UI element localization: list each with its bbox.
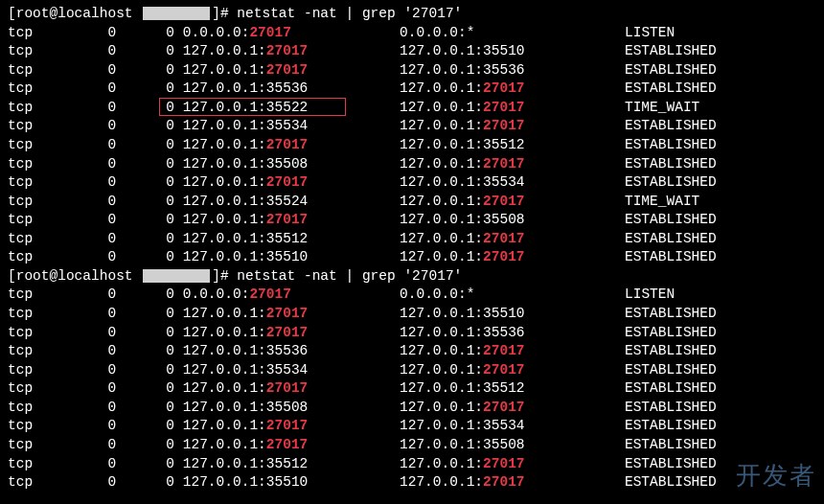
col-proto: tcp [8,362,66,378]
col-sendq: 0 [116,231,174,246]
netstat-row: tcp 0 0 127.0.0.1:35508 127.0.0.1:27017 … [8,155,816,174]
col-proto: tcp [8,118,66,133]
netstat-row: tcp 0 0 127.0.0.1:27017 127.0.0.1:35512 … [8,379,816,399]
col-state: TIME_WAIT [625,194,699,209]
netstat-row: tcp 0 0 127.0.0.1:35510 127.0.0.1:27017 … [8,248,816,267]
col-state: ESTABLISHED [625,231,717,246]
col-sendq: 0 [116,43,174,58]
col-foreign-address: 127.0.0.1:27017 [400,156,625,172]
foreign-port: * [467,286,475,302]
col-sendq: 0 [116,325,174,340]
col-sendq: 0 [116,212,174,227]
local-port: 35508 [266,156,309,172]
foreign-port-highlight: 27017 [483,194,525,209]
local-port-highlight: 27017 [266,325,309,340]
local-port: 35512 [266,456,309,471]
col-recvq: 0 [66,25,116,40]
col-recvq: 0 [66,62,116,78]
netstat-row: tcp 0 0 127.0.0.1:35534 127.0.0.1:27017 … [8,117,816,136]
col-proto: tcp [8,418,66,433]
local-port-highlight: 27017 [266,418,309,433]
col-proto: tcp [8,380,66,396]
col-local-address: 127.0.0.1:27017 [183,137,400,152]
col-recvq: 0 [66,325,116,340]
netstat-row: tcp 0 0 127.0.0.1:35510 127.0.0.1:27017 … [8,473,816,493]
col-local-address: 127.0.0.1:35536 [183,343,400,358]
col-foreign-address: 127.0.0.1:35510 [400,306,625,321]
col-state: LISTEN [625,25,675,40]
foreign-port: 35534 [483,174,525,190]
col-sendq: 0 [116,118,174,133]
redacted-region [143,7,210,20]
col-proto: tcp [8,474,66,490]
col-state: ESTABLISHED [625,80,717,96]
col-sendq: 0 [116,362,174,378]
col-recvq: 0 [66,156,116,172]
col-sendq: 0 [116,418,174,433]
foreign-port: 35536 [483,325,525,340]
netstat-row: tcp 0 0 127.0.0.1:35536 127.0.0.1:27017 … [8,80,816,99]
local-port: 35510 [266,249,309,264]
col-local-address: 127.0.0.1:35510 [183,474,400,490]
col-foreign-address: 0.0.0.0:* [400,25,625,40]
terminal-output[interactable]: [root@localhost ]# netstat -nat | grep '… [8,5,816,493]
col-local-address: 127.0.0.1:35534 [183,362,400,378]
col-sendq: 0 [116,437,174,452]
col-local-address: 127.0.0.1:27017 [183,174,400,190]
netstat-row: tcp 0 0 127.0.0.1:35534 127.0.0.1:27017 … [8,361,816,380]
col-proto: tcp [8,62,66,78]
local-port-highlight: 27017 [266,137,309,152]
col-state: ESTABLISHED [625,343,717,358]
col-proto: tcp [8,212,66,227]
local-port-highlight: 27017 [266,380,309,396]
shell-prompt[interactable]: [root@localhost ]# netstat -nat | grep '… [8,267,816,286]
col-sendq: 0 [116,137,174,152]
col-sendq: 0 [116,100,174,115]
prompt-host: localhost [57,268,132,284]
col-state: ESTABLISHED [625,212,717,227]
local-port-highlight: 27017 [249,25,291,40]
col-proto: tcp [8,80,66,96]
netstat-row: tcp 0 0 127.0.0.1:35508 127.0.0.1:27017 … [8,399,816,418]
foreign-port: * [467,25,475,40]
col-local-address: 127.0.0.1:35522 [183,99,400,118]
col-recvq: 0 [66,306,116,321]
col-recvq: 0 [66,137,116,152]
command-text: netstat -nat | grep '27017' [237,6,462,21]
col-recvq: 0 [66,194,116,209]
col-state: ESTABLISHED [625,325,717,340]
local-port: 35536 [266,80,309,96]
col-foreign-address: 127.0.0.1:35534 [400,418,625,433]
prompt-host: localhost [57,6,132,21]
netstat-row: tcp 0 0 127.0.0.1:27017 127.0.0.1:35536 … [8,61,816,80]
netstat-row: tcp 0 0 0.0.0.0:27017 0.0.0.0:* LISTEN [8,286,816,305]
local-port-highlight: 27017 [266,174,309,190]
col-foreign-address: 127.0.0.1:35512 [400,137,625,152]
foreign-port: 35534 [483,418,525,433]
local-port-highlight: 27017 [266,306,309,321]
netstat-row: tcp 0 0 127.0.0.1:27017 127.0.0.1:35510 … [8,42,816,61]
col-sendq: 0 [116,286,174,302]
local-port: 35524 [266,194,309,209]
col-sendq: 0 [116,194,174,209]
shell-prompt[interactable]: [root@localhost ]# netstat -nat | grep '… [8,5,816,24]
col-recvq: 0 [66,380,116,396]
col-local-address: 0.0.0.0:27017 [183,25,400,40]
prompt-open: [ [8,6,16,21]
col-recvq: 0 [66,100,116,115]
prompt-at: @ [50,6,58,21]
col-proto: tcp [8,306,66,321]
col-local-address: 127.0.0.1:27017 [183,62,400,78]
col-recvq: 0 [66,418,116,433]
local-port: 35534 [266,362,309,378]
foreign-port-highlight: 27017 [483,100,525,115]
col-proto: tcp [8,286,66,302]
col-recvq: 0 [66,437,116,452]
col-proto: tcp [8,100,66,115]
col-sendq: 0 [116,25,174,40]
col-recvq: 0 [66,174,116,190]
col-foreign-address: 127.0.0.1:35508 [400,212,625,227]
col-state: ESTABLISHED [625,249,717,264]
netstat-row: tcp 0 0 127.0.0.1:35512 127.0.0.1:27017 … [8,230,816,249]
col-proto: tcp [8,156,66,172]
